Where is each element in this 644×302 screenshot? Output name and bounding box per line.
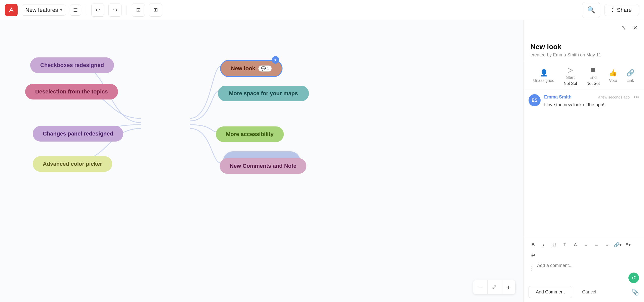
meta-vote[interactable]: 👍 Vote (609, 69, 617, 83)
node-deselection[interactable]: Deselection from the topics (25, 84, 118, 99)
node-changes-panel-label: Changes panel redesigned (43, 130, 113, 137)
italic-button[interactable]: I (539, 240, 548, 249)
comment-input[interactable] (537, 263, 639, 283)
node-changes-panel[interactable]: Changes panel redesigned (33, 126, 123, 142)
comment-count-badge: 💬 1 (258, 65, 272, 72)
attach-button[interactable]: 📎 (631, 289, 639, 296)
link-button[interactable]: 🔗▾ (613, 240, 622, 249)
expand-icon: ⤡ (621, 25, 626, 31)
font-color-button[interactable]: A (571, 240, 580, 249)
text-button[interactable]: T (560, 240, 569, 249)
cancel-label: Cancel (582, 289, 596, 294)
panel-title: New look (531, 43, 637, 51)
editor-toolbar: B I U T A ≡ ≡ ≡ 🔗▾ ❝▾ Ix (529, 240, 639, 260)
main-layout: New features Checkboxes redesigned Desel… (0, 20, 644, 302)
zoom-fit-icon: ⤢ (492, 284, 497, 291)
toolbar-title: New features (25, 7, 58, 13)
redo-button[interactable]: ↪ (108, 4, 122, 17)
node-comments-note[interactable]: New Comments and Note (220, 158, 306, 174)
unordered-list-button[interactable]: ≡ (592, 240, 601, 249)
assignee-label: Unassigned (533, 78, 554, 83)
end-label: End (589, 75, 596, 80)
editor-textarea-wrap: ⋮ ↺ (529, 263, 639, 283)
chevron-down-icon: ▾ (60, 8, 62, 12)
comment-body: Emma Smith a few seconds ago ••• I love … (544, 94, 639, 108)
zoom-out-icon: − (478, 284, 482, 291)
zoom-in-icon: + (507, 284, 510, 291)
node-color-picker[interactable]: Advanced color picker (33, 156, 112, 172)
avatar-initials: ES (532, 98, 538, 103)
right-panel: ⤡ ✕ New look created by Emma Smith on Ma… (523, 20, 644, 302)
frame-icon: ⊞ (153, 7, 158, 13)
search-button[interactable]: 🔍 (582, 2, 600, 18)
panel-topbar: ⤡ ✕ (524, 20, 644, 36)
vote-label: Vote (609, 78, 617, 83)
node-checkboxes[interactable]: Checkboxes redesigned (30, 57, 114, 73)
menu-button[interactable]: ☰ (70, 5, 81, 16)
editor-dots[interactable]: ⋮ (529, 263, 535, 272)
redo-icon: ↪ (113, 7, 117, 13)
panel-expand-button[interactable]: ⤡ (619, 23, 628, 33)
underline-button[interactable]: U (550, 240, 559, 249)
toolbar-divider-2 (127, 6, 127, 15)
fit-view-button[interactable]: ⊡ (132, 4, 145, 17)
node-more-space[interactable]: More space for your maps (218, 86, 309, 101)
meta-assignee[interactable]: 👤 Unassigned (533, 69, 554, 83)
meta-end[interactable]: ⏹ End Not Set (586, 66, 600, 86)
node-new-avatar: ▾ (272, 56, 279, 64)
ordered-list-button[interactable]: ≡ (581, 240, 590, 249)
start-icon: ▷ (568, 66, 573, 74)
toolbar-right: 🔍 ⤴ Share (582, 2, 639, 18)
comment-item: ES Emma Smith a few seconds ago ••• I lo… (529, 94, 639, 108)
cancel-button[interactable]: Cancel (575, 286, 603, 298)
start-label: Start (566, 75, 575, 80)
node-comments-note-label: New Comments and Note (230, 163, 296, 169)
add-comment-label: Add Comment (536, 289, 565, 294)
undo-button[interactable]: ↩ (91, 4, 104, 17)
node-accessibility-label: More accessibility (226, 131, 274, 138)
zoom-fit-button[interactable]: ⤢ (487, 280, 501, 294)
node-accessibility[interactable]: More accessibility (216, 126, 284, 142)
node-new-look[interactable]: ▾ New look 💬 1 (220, 60, 283, 77)
person-icon: 👤 (540, 69, 548, 77)
comment-menu-button[interactable]: ••• (634, 94, 639, 100)
meta-link[interactable]: 🔗 Link (626, 69, 634, 83)
panel-close-button[interactable]: ✕ (630, 23, 640, 33)
toolbar: New features ▾ ☰ ↩ ↪ ⊡ ⊞ 🔍 ⤴ Share (0, 0, 644, 20)
node-new-look-label: New look (231, 65, 255, 72)
zoom-controls: − ⤢ + (473, 280, 516, 294)
comments-section: ES Emma Smith a few seconds ago ••• I lo… (524, 90, 644, 236)
comment-avatar: ES (529, 94, 541, 106)
zoom-out-button[interactable]: − (473, 280, 487, 294)
link-label: Link (627, 78, 634, 83)
title-dropdown-button[interactable]: New features ▾ (22, 5, 66, 16)
send-comment-button[interactable]: ↺ (628, 273, 639, 283)
panel-subtitle: created by Emma Smith on May 11 (531, 52, 637, 58)
toolbar-divider (86, 6, 86, 15)
node-deselection-label: Deselection from the topics (35, 88, 108, 95)
comment-author: Emma Smith (544, 94, 572, 100)
comment-text: I love the new look of the app! (544, 102, 639, 108)
comment-editor: B I U T A ≡ ≡ ≡ 🔗▾ ❝▾ Ix ⋮ ↺ (524, 236, 644, 302)
meta-start[interactable]: ▷ Start Not Set (564, 66, 577, 86)
add-comment-button[interactable]: Add Comment (529, 286, 572, 298)
quote-button[interactable]: ❝▾ (624, 240, 633, 249)
end-icon: ⏹ (590, 66, 596, 74)
bold-button[interactable]: B (529, 240, 538, 249)
panel-meta-row: 👤 Unassigned ▷ Start Not Set ⏹ End Not S… (524, 62, 644, 90)
fit-icon: ⊡ (136, 7, 141, 13)
node-color-picker-label: Advanced color picker (43, 161, 102, 167)
start-value: Not Set (564, 81, 577, 86)
comment-time: a few seconds ago (598, 95, 630, 99)
clear-format-button[interactable]: Ix (529, 251, 538, 260)
send-icon: ↺ (632, 275, 636, 281)
node-more-space-label: More space for your maps (229, 90, 298, 97)
panel-header: New look created by Emma Smith on May 11 (524, 36, 644, 62)
node-checkboxes-label: Checkboxes redesigned (40, 62, 104, 69)
comment-actions: Add Comment Cancel 📎 (529, 286, 639, 298)
canvas-area[interactable]: New features Checkboxes redesigned Desel… (0, 20, 523, 302)
zoom-in-button[interactable]: + (501, 280, 515, 294)
frame-button[interactable]: ⊞ (149, 4, 162, 17)
share-button[interactable]: ⤴ Share (604, 4, 639, 16)
align-button[interactable]: ≡ (602, 240, 612, 249)
